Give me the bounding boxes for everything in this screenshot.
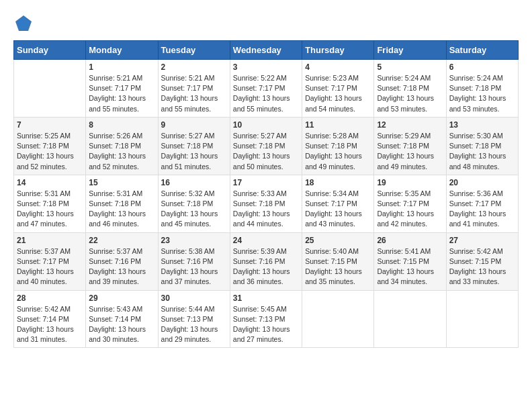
sunset: Sunset: 7:18 PM (377, 84, 429, 92)
sunrise: Sunrise: 5:36 AM (449, 189, 503, 197)
cell-content: Sunrise: 5:42 AMSunset: 7:15 PMDaylight:… (449, 246, 515, 287)
daylight: Daylight: 13 hours and 55 minutes. (89, 94, 146, 112)
calendar-cell: 16Sunrise: 5:32 AMSunset: 7:18 PMDayligh… (158, 175, 230, 232)
daylight: Daylight: 13 hours and 31 minutes. (17, 325, 74, 343)
col-header-sunday: Sunday (14, 41, 86, 60)
cell-content: Sunrise: 5:44 AMSunset: 7:13 PMDaylight:… (161, 304, 227, 345)
calendar-cell (446, 290, 518, 348)
cell-content: Sunrise: 5:27 AMSunset: 7:18 PMDaylight:… (233, 131, 299, 172)
sunset: Sunset: 7:18 PM (89, 199, 141, 208)
day-number: 6 (449, 62, 515, 72)
daylight: Daylight: 13 hours and 27 minutes. (233, 325, 290, 343)
daylight: Daylight: 13 hours and 52 minutes. (89, 152, 146, 170)
cell-content: Sunrise: 5:37 AMSunset: 7:17 PMDaylight:… (17, 246, 83, 287)
sunrise: Sunrise: 5:21 AM (89, 74, 142, 82)
sunset: Sunset: 7:17 PM (233, 84, 285, 92)
calendar-cell: 21Sunrise: 5:37 AMSunset: 7:17 PMDayligh… (14, 232, 86, 290)
sunset: Sunset: 7:15 PM (449, 257, 502, 265)
calendar-cell: 29Sunrise: 5:43 AMSunset: 7:14 PMDayligh… (86, 290, 158, 348)
daylight: Daylight: 13 hours and 37 minutes. (161, 267, 218, 285)
sunrise: Sunrise: 5:24 AM (449, 74, 503, 82)
daylight: Daylight: 13 hours and 53 minutes. (377, 94, 434, 112)
calendar-cell: 11Sunrise: 5:28 AMSunset: 7:18 PMDayligh… (302, 117, 374, 175)
sunset: Sunset: 7:17 PM (377, 199, 429, 208)
daylight: Daylight: 13 hours and 35 minutes. (305, 267, 362, 285)
daylight: Daylight: 13 hours and 39 minutes. (89, 267, 146, 285)
calendar-cell: 30Sunrise: 5:44 AMSunset: 7:13 PMDayligh… (158, 290, 230, 348)
daylight: Daylight: 13 hours and 54 minutes. (305, 94, 362, 112)
sunrise: Sunrise: 5:31 AM (89, 189, 142, 197)
calendar-cell: 22Sunrise: 5:37 AMSunset: 7:16 PMDayligh… (86, 232, 158, 290)
sunset: Sunset: 7:17 PM (305, 199, 357, 208)
day-number: 30 (161, 293, 227, 303)
calendar-cell: 10Sunrise: 5:27 AMSunset: 7:18 PMDayligh… (230, 117, 302, 175)
daylight: Daylight: 13 hours and 43 minutes. (305, 210, 362, 228)
cell-content: Sunrise: 5:25 AMSunset: 7:18 PMDaylight:… (17, 131, 83, 172)
sunrise: Sunrise: 5:24 AM (377, 74, 431, 82)
day-number: 13 (449, 120, 515, 130)
cell-content: Sunrise: 5:36 AMSunset: 7:17 PMDaylight:… (449, 189, 515, 230)
logo (13, 13, 36, 34)
sunrise: Sunrise: 5:42 AM (17, 305, 71, 313)
col-header-tuesday: Tuesday (158, 41, 230, 60)
day-number: 2 (161, 62, 227, 72)
day-number: 24 (233, 236, 299, 245)
sunrise: Sunrise: 5:34 AM (305, 189, 359, 197)
cell-content: Sunrise: 5:32 AMSunset: 7:18 PMDaylight:… (161, 189, 227, 230)
day-number: 31 (233, 293, 299, 303)
col-header-thursday: Thursday (302, 41, 374, 60)
day-number: 27 (449, 236, 515, 245)
sunset: Sunset: 7:15 PM (377, 257, 429, 265)
cell-content: Sunrise: 5:43 AMSunset: 7:14 PMDaylight:… (89, 304, 154, 345)
sunset: Sunset: 7:15 PM (305, 257, 357, 265)
cell-content: Sunrise: 5:27 AMSunset: 7:18 PMDaylight:… (161, 131, 227, 172)
day-number: 21 (17, 236, 83, 245)
calendar-cell: 9Sunrise: 5:27 AMSunset: 7:18 PMDaylight… (158, 117, 230, 175)
sunset: Sunset: 7:18 PM (161, 199, 214, 208)
col-header-wednesday: Wednesday (230, 41, 302, 60)
daylight: Daylight: 13 hours and 41 minutes. (449, 210, 506, 228)
sunrise: Sunrise: 5:32 AM (161, 189, 215, 197)
calendar-cell: 14Sunrise: 5:31 AMSunset: 7:18 PMDayligh… (14, 175, 86, 232)
sunrise: Sunrise: 5:40 AM (305, 247, 359, 255)
sunset: Sunset: 7:18 PM (233, 142, 285, 150)
daylight: Daylight: 13 hours and 44 minutes. (233, 210, 290, 228)
day-number: 19 (377, 178, 443, 187)
cell-content: Sunrise: 5:40 AMSunset: 7:15 PMDaylight:… (305, 246, 371, 287)
calendar-week-1: 1Sunrise: 5:21 AMSunset: 7:17 PMDaylight… (14, 60, 519, 118)
day-number: 28 (17, 293, 83, 303)
sunset: Sunset: 7:18 PM (449, 142, 502, 150)
day-number: 23 (161, 236, 227, 245)
day-number: 12 (377, 120, 443, 130)
sunrise: Sunrise: 5:44 AM (161, 305, 215, 313)
day-number: 3 (233, 62, 299, 72)
page-header (13, 13, 519, 34)
day-number: 18 (305, 178, 371, 187)
logo-icon (13, 13, 34, 34)
day-number: 17 (233, 178, 299, 187)
calendar-cell: 27Sunrise: 5:42 AMSunset: 7:15 PMDayligh… (446, 232, 518, 290)
svg-marker-1 (17, 17, 30, 30)
daylight: Daylight: 13 hours and 46 minutes. (89, 210, 146, 228)
sunset: Sunset: 7:18 PM (449, 84, 502, 92)
sunset: Sunset: 7:14 PM (17, 315, 69, 323)
cell-content: Sunrise: 5:31 AMSunset: 7:18 PMDaylight:… (89, 189, 154, 230)
daylight: Daylight: 13 hours and 34 minutes. (377, 267, 434, 285)
sunrise: Sunrise: 5:27 AM (233, 132, 287, 140)
calendar-cell: 2Sunrise: 5:21 AMSunset: 7:17 PMDaylight… (158, 60, 230, 118)
sunrise: Sunrise: 5:41 AM (377, 247, 431, 255)
calendar-cell: 4Sunrise: 5:23 AMSunset: 7:17 PMDaylight… (302, 60, 374, 118)
day-number: 20 (449, 178, 515, 187)
cell-content: Sunrise: 5:30 AMSunset: 7:18 PMDaylight:… (449, 131, 515, 172)
sunrise: Sunrise: 5:43 AM (89, 305, 142, 313)
calendar-cell: 20Sunrise: 5:36 AMSunset: 7:17 PMDayligh… (446, 175, 518, 232)
calendar-week-4: 21Sunrise: 5:37 AMSunset: 7:17 PMDayligh… (14, 232, 519, 290)
sunset: Sunset: 7:13 PM (161, 315, 214, 323)
sunset: Sunset: 7:17 PM (17, 257, 69, 265)
day-number: 22 (89, 236, 154, 245)
calendar-cell: 13Sunrise: 5:30 AMSunset: 7:18 PMDayligh… (446, 117, 518, 175)
calendar-week-5: 28Sunrise: 5:42 AMSunset: 7:14 PMDayligh… (14, 290, 519, 348)
cell-content: Sunrise: 5:41 AMSunset: 7:15 PMDaylight:… (377, 246, 443, 287)
day-number: 9 (161, 120, 227, 130)
day-number: 25 (305, 236, 371, 245)
